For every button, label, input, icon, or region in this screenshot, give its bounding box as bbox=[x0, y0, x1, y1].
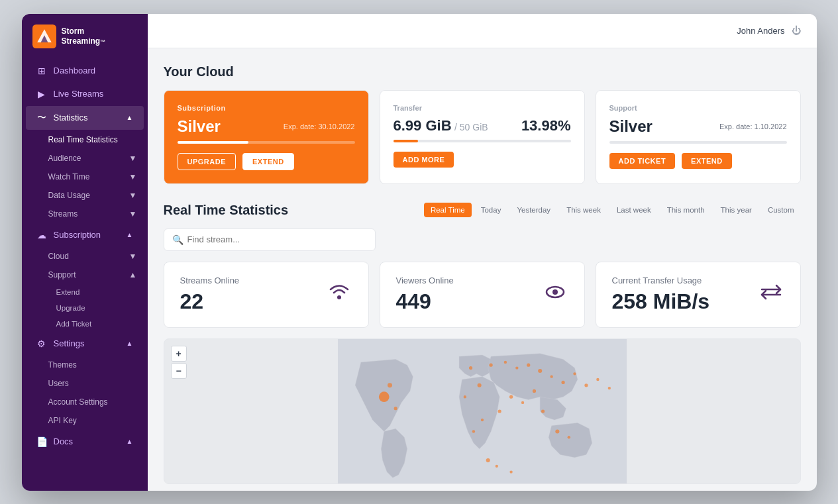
filter-this-month[interactable]: This month bbox=[660, 203, 711, 217]
sidebar-item-streams[interactable]: Streams ▼ bbox=[22, 205, 148, 223]
sub-sub-item-label: Upgrade bbox=[56, 304, 85, 312]
sidebar-item-api-key[interactable]: API Key bbox=[22, 411, 148, 430]
transfer-used: 6.99 GiB bbox=[393, 117, 452, 134]
support-expiry: Exp. date: 1.10.2022 bbox=[719, 123, 787, 130]
support-buttons: ADD TICKET EXTEND bbox=[609, 153, 787, 169]
sub-item-label: Account Settings bbox=[48, 397, 108, 407]
viewers-online-card: Viewers Online 449 bbox=[380, 262, 585, 328]
add-more-button[interactable]: ADD MORE bbox=[393, 152, 454, 168]
support-progress-bar bbox=[609, 141, 787, 144]
sidebar-item-subscription[interactable]: ☁ Subscription ▲ bbox=[26, 224, 144, 246]
svg-point-28 bbox=[509, 395, 512, 398]
sidebar-item-docs[interactable]: 📄 Docs ▲ bbox=[26, 430, 144, 453]
map-zoom-in[interactable]: + bbox=[171, 346, 187, 362]
logo: StormStreaming™ bbox=[22, 14, 148, 56]
docs-icon: 📄 bbox=[36, 436, 47, 447]
stats-header: Real Time Statistics Real Time Today Yes… bbox=[164, 203, 801, 218]
filter-this-year[interactable]: This year bbox=[714, 203, 759, 217]
svg-point-31 bbox=[480, 418, 483, 421]
dashboard-icon: ⊞ bbox=[36, 66, 47, 76]
search-icon: 🔍 bbox=[172, 234, 183, 245]
filter-this-week[interactable]: This week bbox=[560, 203, 607, 217]
your-cloud-title: Your Cloud bbox=[164, 64, 801, 79]
upgrade-button[interactable]: UPGRADE bbox=[178, 153, 236, 170]
subscription-card: Subscription Silver Exp. date: 30.10.202… bbox=[164, 90, 369, 184]
sidebar-item-settings[interactable]: ⚙ Settings ▲ bbox=[26, 332, 144, 355]
chevron-up-icon: ▲ bbox=[127, 114, 133, 121]
sidebar-item-live-streams[interactable]: ▶ Live Streams bbox=[26, 83, 144, 105]
search-input[interactable] bbox=[187, 234, 367, 244]
filter-today[interactable]: Today bbox=[474, 203, 508, 217]
sidebar-item-account-settings[interactable]: Account Settings bbox=[22, 393, 148, 411]
streams-online-card: Streams Online 22 bbox=[164, 262, 369, 328]
transfer-card-label: Transfer bbox=[393, 104, 571, 112]
map-zoom-out[interactable]: − bbox=[171, 363, 187, 379]
sidebar-item-themes[interactable]: Themes bbox=[22, 356, 148, 374]
sidebar-item-watch-time[interactable]: Watch Time ▼ bbox=[22, 168, 148, 186]
sub-item-label: API Key bbox=[48, 416, 77, 425]
filter-real-time[interactable]: Real Time bbox=[424, 203, 472, 217]
main-content: John Anders ⏻ Your Cloud Subscription Si… bbox=[148, 14, 817, 491]
viewers-online-label: Viewers Online bbox=[396, 276, 454, 285]
sidebar-item-dashboard[interactable]: ⊞ Dashboard bbox=[26, 60, 144, 82]
chevron-up-icon: ▲ bbox=[127, 340, 133, 347]
svg-point-18 bbox=[527, 363, 530, 366]
streams-online-label: Streams Online bbox=[180, 276, 240, 285]
support-extend-button[interactable]: EXTEND bbox=[682, 153, 732, 169]
subscription-icon: ☁ bbox=[36, 230, 47, 240]
sub-item-label: Support bbox=[48, 270, 76, 279]
time-filters: Real Time Today Yesterday This week Last… bbox=[424, 203, 801, 217]
svg-point-24 bbox=[596, 378, 599, 380]
add-ticket-button[interactable]: ADD TICKET bbox=[609, 153, 676, 169]
viewers-online-value: 449 bbox=[396, 289, 454, 314]
transfer-progress-bar bbox=[393, 140, 571, 142]
svg-point-26 bbox=[555, 429, 559, 433]
chevron-down-icon: ▼ bbox=[129, 154, 137, 163]
realtime-stats-title: Real Time Statistics bbox=[164, 203, 289, 218]
transfer-usage-card: Current Transfer Usage 258 MiB/s bbox=[596, 262, 801, 328]
svg-point-15 bbox=[489, 363, 492, 366]
filter-custom[interactable]: Custom bbox=[761, 203, 801, 217]
extend-button[interactable]: EXTEND bbox=[242, 153, 294, 170]
statistics-icon: 〜 bbox=[36, 112, 47, 124]
streams-online-value: 22 bbox=[180, 289, 240, 314]
sidebar-item-label: Docs bbox=[54, 436, 74, 446]
sidebar-item-real-time-statistics[interactable]: Real Time Statistics bbox=[22, 130, 148, 149]
sub-item-label: Watch Time bbox=[48, 172, 90, 181]
sidebar-item-extend[interactable]: Extend bbox=[22, 284, 148, 300]
sub-item-label: Audience bbox=[48, 154, 81, 163]
map-controls: + − bbox=[171, 346, 187, 379]
subscription-card-label: Subscription bbox=[178, 104, 355, 112]
chevron-up-icon: ▲ bbox=[129, 270, 137, 279]
world-map: + − bbox=[164, 338, 801, 484]
sidebar-item-cloud[interactable]: Cloud ▼ bbox=[22, 247, 148, 266]
power-icon[interactable]: ⏻ bbox=[792, 25, 801, 36]
cloud-cards: Subscription Silver Exp. date: 30.10.202… bbox=[164, 90, 801, 184]
chevron-up-icon: ▲ bbox=[127, 231, 133, 238]
filter-last-week[interactable]: Last week bbox=[610, 203, 658, 217]
transfer-usage-label: Current Transfer Usage bbox=[612, 276, 710, 285]
svg-point-16 bbox=[503, 360, 506, 363]
settings-icon: ⚙ bbox=[36, 338, 47, 349]
sub-item-label: Real Time Statistics bbox=[48, 135, 118, 144]
transfer-buttons: ADD MORE bbox=[393, 152, 571, 168]
svg-point-11 bbox=[393, 407, 397, 410]
content-area: Your Cloud Subscription Silver Exp. date… bbox=[148, 48, 817, 491]
sidebar-item-statistics[interactable]: 〜 Statistics ▲ bbox=[26, 106, 144, 130]
sub-sub-item-label: Add Ticket bbox=[56, 320, 92, 328]
svg-point-12 bbox=[486, 458, 490, 462]
sub-item-label: Themes bbox=[48, 360, 77, 370]
sidebar-item-add-ticket[interactable]: Add Ticket bbox=[22, 316, 148, 332]
sidebar-item-label: Subscription bbox=[54, 230, 101, 240]
sidebar-item-data-usage[interactable]: Data Usage ▼ bbox=[22, 186, 148, 205]
sidebar-item-label: Settings bbox=[54, 338, 85, 348]
sidebar-item-users[interactable]: Users bbox=[22, 374, 148, 393]
topbar: John Anders ⏻ bbox=[148, 14, 817, 48]
stat-cards: Streams Online 22 Viewers Online bbox=[164, 262, 801, 328]
chevron-down-icon: ▼ bbox=[129, 209, 137, 219]
filter-yesterday[interactable]: Yesterday bbox=[510, 203, 557, 217]
sidebar-item-audience[interactable]: Audience ▼ bbox=[22, 149, 148, 168]
sidebar-item-upgrade[interactable]: Upgrade bbox=[22, 300, 148, 316]
chevron-up-icon: ▲ bbox=[127, 438, 133, 445]
sidebar-item-support[interactable]: Support ▲ bbox=[22, 266, 148, 284]
